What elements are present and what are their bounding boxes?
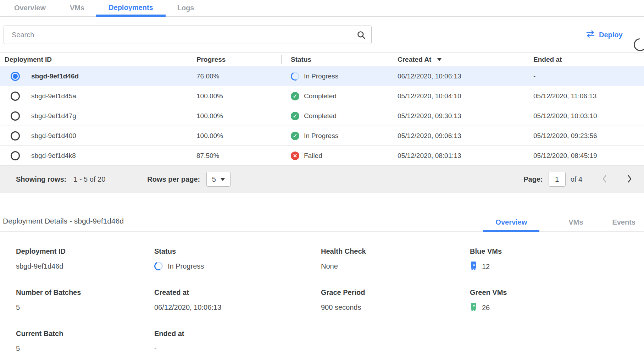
details-tab-events[interactable]: Events: [612, 218, 635, 231]
refresh-icon[interactable]: [631, 36, 644, 54]
progress-cell: 100.00%: [187, 112, 281, 120]
ended-at-cell: 05/12/2020, 10:03:10: [524, 112, 644, 120]
chevron-down-icon: [220, 178, 225, 181]
status-cell: Completed: [281, 112, 388, 120]
created-at-cell: 05/12/2020, 09:30:13: [388, 112, 524, 120]
column-header-deployment-id[interactable]: Deployment ID: [0, 53, 187, 66]
deploy-button-label: Deploy: [599, 31, 623, 39]
tab-vms[interactable]: VMs: [70, 0, 84, 16]
status-cell: Failed: [281, 152, 388, 160]
field-created-at: Created at 06/12/2020, 10:06:13: [154, 288, 321, 313]
vm-green-icon: [470, 302, 477, 313]
field-green-vms: Green VMs 26: [470, 288, 644, 313]
page-number-input[interactable]: [549, 172, 566, 187]
field-status: Status In Progress: [154, 247, 321, 272]
details-tab-vms[interactable]: VMs: [568, 218, 583, 231]
row-radio-button[interactable]: [11, 111, 20, 121]
ended-at-cell: 05/12/2020, 08:45:19: [524, 152, 644, 160]
showing-rows-value: 1 - 5 of 20: [73, 175, 105, 183]
chevron-right-icon: [626, 174, 633, 184]
tab-overview[interactable]: Overview: [14, 0, 46, 16]
row-radio-button[interactable]: [11, 92, 20, 101]
main-tab-bar: Overview VMs Deployments Logs: [0, 0, 644, 17]
column-header-progress[interactable]: Progress: [187, 53, 281, 66]
next-page-button[interactable]: [624, 172, 635, 187]
deployment-id-cell: sbgd-9ef1d45a: [31, 92, 76, 100]
column-header-status[interactable]: Status: [281, 53, 388, 66]
created-at-cell: 05/12/2020, 09:06:13: [388, 132, 524, 140]
details-tab-overview[interactable]: Overview: [483, 218, 539, 232]
deployment-id-cell: sbgd-9ef1d400: [31, 132, 76, 140]
deployment-id-cell: sbgd-9ef1d46d: [31, 72, 79, 80]
deployments-table: Deployment ID Progress Status Created At…: [0, 52, 644, 193]
progress-cell: 100.00%: [187, 92, 281, 100]
search-icon: [356, 30, 366, 41]
table-row[interactable]: sbgd-9ef1d400 100.00% In Progress 05/12/…: [0, 126, 644, 146]
page-total: of 4: [571, 175, 582, 183]
created-at-cell: 06/12/2020, 10:06:13: [388, 72, 524, 80]
table-pagination-bar: Showing rows: 1 - 5 of 20 Rows per page:…: [0, 166, 644, 193]
rows-per-page-select[interactable]: 5: [206, 172, 231, 187]
table-row[interactable]: sbgd-9ef1d47g 100.00% Completed 05/12/20…: [0, 106, 644, 126]
row-radio-button[interactable]: [11, 151, 20, 160]
status-spinner-icon: [290, 71, 301, 82]
table-header-row: Deployment ID Progress Status Created At…: [0, 52, 644, 66]
status-cell: Completed: [281, 92, 388, 100]
deployment-id-cell: sbgd-9ef1d47g: [31, 112, 76, 120]
field-blue-vms: Blue VMs 12: [470, 247, 644, 272]
row-radio-button[interactable]: [11, 131, 20, 141]
field-ended-at: Ended at -: [154, 330, 321, 352]
row-radio-button[interactable]: [11, 72, 20, 81]
table-row[interactable]: sbgd-9ef1d46d 76.00% In Progress 06/12/2…: [0, 66, 644, 86]
showing-rows-label: Showing rows:: [16, 175, 66, 183]
deploy-swap-arrows-icon: [586, 30, 595, 40]
details-header: Deployment Details - sbgd-9ef1d46d Overv…: [0, 213, 644, 232]
previous-page-button[interactable]: [599, 172, 610, 187]
rows-per-page-value: 5: [212, 175, 216, 183]
ended-at-cell: -: [524, 72, 644, 80]
status-cell: In Progress: [281, 72, 388, 81]
deployment-id-cell: sbgd-9ef1d4k8: [31, 152, 76, 160]
chevron-left-icon: [601, 174, 609, 184]
toolbar: Deploy: [0, 17, 644, 52]
field-number-of-batches: Number of Batches 5: [16, 288, 154, 313]
column-header-created-at[interactable]: Created At: [388, 53, 524, 66]
details-title: Deployment Details - sbgd-9ef1d46d: [3, 217, 124, 225]
status-check-icon: [291, 132, 299, 140]
status-spinner-icon: [153, 261, 164, 272]
search-input[interactable]: [4, 26, 372, 44]
deploy-button[interactable]: Deploy: [586, 30, 623, 40]
rows-per-page-label: Rows per page:: [147, 175, 200, 183]
tab-deployments[interactable]: Deployments: [96, 0, 166, 17]
field-grace-period: Grace Period 900 seconds: [321, 288, 470, 313]
vm-blue-icon: [470, 261, 477, 272]
progress-cell: 87.50%: [187, 152, 281, 160]
ended-at-cell: 05/12/2020, 09:23:56: [524, 132, 644, 140]
field-current-batch: Current Batch 5: [16, 330, 154, 352]
status-cell: In Progress: [281, 132, 388, 140]
status-fail-icon: [291, 152, 299, 160]
table-row[interactable]: sbgd-9ef1d45a 100.00% Completed 05/12/20…: [0, 86, 644, 106]
details-grid: Deployment ID sbgd-9ef1d46d Status In Pr…: [0, 247, 644, 352]
field-deployment-id: Deployment ID sbgd-9ef1d46d: [16, 247, 154, 272]
sort-desc-icon: [437, 58, 442, 61]
created-at-cell: 05/12/2020, 10:04:10: [388, 92, 524, 100]
created-at-cell: 05/12/2020, 08:01:13: [388, 152, 524, 160]
progress-cell: 100.00%: [187, 132, 281, 140]
search-box: [4, 26, 372, 44]
page-label: Page:: [523, 175, 543, 183]
status-check-icon: [291, 112, 299, 120]
details-tab-bar: Overview VMs Events: [454, 218, 635, 231]
tab-logs[interactable]: Logs: [177, 0, 194, 16]
table-row[interactable]: sbgd-9ef1d4k8 87.50% Failed 05/12/2020, …: [0, 146, 644, 166]
status-check-icon: [291, 92, 299, 100]
progress-cell: 76.00%: [187, 72, 281, 80]
field-health-check: Health Check None: [321, 247, 470, 272]
ended-at-cell: 05/12/2020, 11:06:13: [524, 92, 644, 100]
column-header-ended-at[interactable]: Ended at: [524, 53, 644, 66]
